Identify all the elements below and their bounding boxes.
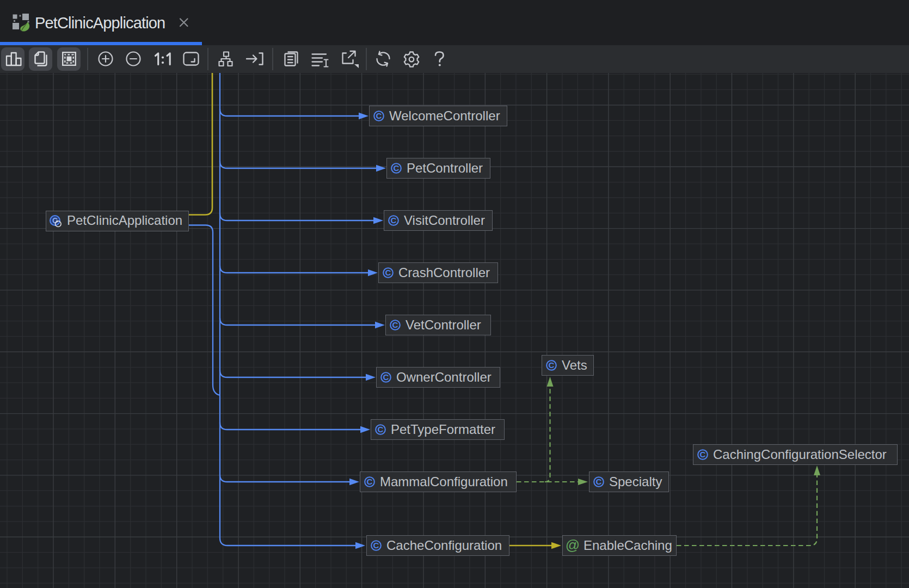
svg-text:@: @ [566,539,579,552]
svg-text:C: C [376,111,382,120]
svg-text:C: C [378,425,384,434]
svg-text:C: C [373,541,379,550]
svg-text:C: C [596,477,602,486]
svg-text:C: C [394,163,400,173]
svg-text:C: C [391,216,397,225]
svg-text:C: C [700,450,706,459]
svg-text:C: C [367,477,373,486]
svg-text:C: C [383,372,389,382]
svg-text:C: C [549,360,555,370]
svg-text:C: C [392,320,398,329]
svg-text:C: C [385,268,391,277]
